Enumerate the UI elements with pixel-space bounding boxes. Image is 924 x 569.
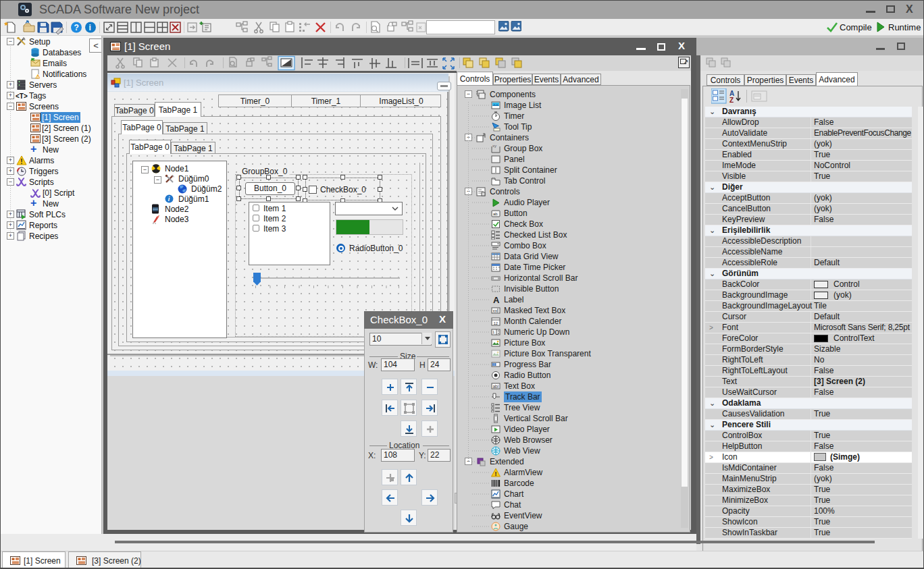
svg-text:⚠: ⚠ [36, 74, 41, 79]
svg-text:Z: Z [729, 97, 734, 104]
svg-text:?: ? [74, 23, 79, 32]
svg-text:i: i [89, 23, 91, 32]
svg-text:!: ! [20, 158, 22, 165]
